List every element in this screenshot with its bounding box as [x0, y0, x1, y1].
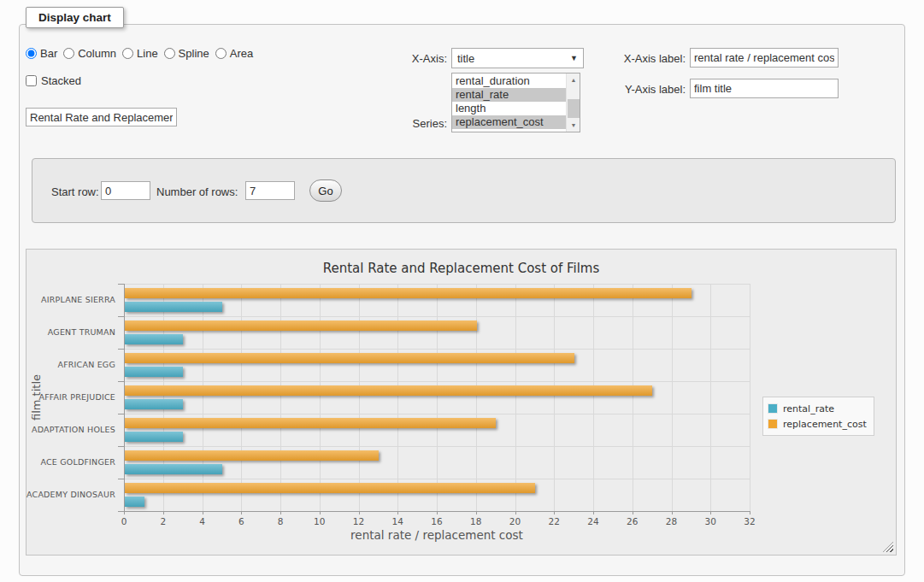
x-tick-label: 30 — [702, 516, 719, 526]
listbox-scrollbar[interactable]: ▲ ▼ — [566, 73, 580, 132]
x-tick-label: 24 — [585, 516, 602, 526]
chart-type-option-line[interactable]: Line — [122, 47, 158, 60]
line-radio[interactable] — [122, 48, 133, 59]
gridline — [280, 284, 281, 511]
chart-type-option-bar[interactable]: Bar — [26, 47, 57, 60]
legend-item-rental-rate: rental_rate — [768, 401, 867, 416]
x-axis-label-input[interactable] — [690, 48, 839, 68]
area-radio[interactable] — [215, 48, 227, 59]
scroll-up-icon[interactable]: ▲ — [567, 73, 580, 86]
bar-rental_rate — [125, 367, 183, 377]
rental-rate-swatch — [768, 403, 778, 414]
x-tick-label: 20 — [507, 516, 524, 526]
y-axis-tick — [118, 479, 124, 479]
x-tick-label: 4 — [194, 516, 211, 526]
series-option-replacement-cost[interactable]: replacement_cost — [452, 115, 566, 129]
bar-replacement_cost — [125, 353, 574, 363]
y-axis-label-caption: Y-Axis label: — [609, 83, 686, 96]
gridline — [359, 284, 360, 511]
x-tick-label: 8 — [272, 516, 289, 526]
x-axis-line — [124, 511, 750, 512]
number-of-rows-input[interactable] — [245, 181, 295, 200]
replacement-cost-swatch — [768, 419, 778, 429]
start-row-label: Start row: — [51, 185, 99, 198]
x-tick-label: 18 — [468, 516, 485, 526]
start-row-input[interactable] — [101, 181, 150, 200]
gridline — [515, 284, 516, 511]
gridline — [124, 479, 750, 479]
stacked-row: Stacked — [26, 74, 81, 87]
x-axis-select-label: X-Axis: — [389, 52, 447, 65]
bar-radio-label: Bar — [40, 47, 57, 60]
chart-type-option-spline[interactable]: Spline — [164, 47, 209, 60]
scroll-down-icon[interactable]: ▼ — [567, 119, 580, 132]
gridline — [672, 284, 673, 511]
x-tick-label: 28 — [663, 516, 680, 526]
gridline — [124, 316, 750, 317]
gridline — [124, 381, 750, 382]
gridline — [124, 284, 750, 285]
bar-replacement_cost — [125, 320, 477, 331]
x-axis-select[interactable]: title ▼ — [451, 48, 584, 68]
bar-replacement_cost — [125, 288, 692, 298]
area-radio-label: Area — [230, 47, 253, 60]
bar-replacement_cost — [125, 418, 496, 428]
y-axis-tick — [118, 349, 124, 350]
number-of-rows-label: Number of rows: — [156, 185, 238, 198]
y-axis-label-input[interactable] — [690, 79, 839, 98]
chart-type-option-area[interactable]: Area — [215, 47, 253, 60]
y-axis-tick — [118, 511, 124, 512]
category-label: AGENT TRUMAN — [26, 327, 115, 337]
x-tick-label: 14 — [389, 516, 406, 526]
scrollbar-thumb[interactable] — [568, 99, 580, 118]
bar-replacement_cost — [125, 483, 535, 493]
category-label: ACE GOLDFINGER — [26, 457, 115, 467]
y-axis-tick — [118, 381, 124, 382]
series-option-length[interactable]: length — [452, 102, 566, 115]
x-axis-title: rental rate / replacement cost — [124, 528, 750, 542]
bar-rental_rate — [125, 464, 222, 474]
chart-type-option-column[interactable]: Column — [63, 47, 116, 60]
chart-container: Rental Rate and Replacement Cost of Film… — [26, 249, 897, 556]
chart-title-input[interactable] — [26, 108, 177, 126]
series-option-rental-duration[interactable]: rental_duration — [452, 74, 566, 88]
series-option-rental-rate[interactable]: rental_rate — [452, 88, 566, 102]
series-listbox-label: Series: — [389, 117, 447, 130]
y-axis-line — [124, 284, 125, 512]
y-axis-tick — [118, 446, 124, 447]
go-button[interactable]: Go — [309, 179, 342, 202]
spline-radio[interactable] — [164, 48, 175, 59]
bar-radio[interactable] — [26, 48, 37, 59]
legend-item-replacement-cost: replacement_cost — [768, 416, 867, 432]
gridline — [476, 284, 477, 511]
bar-rental_rate — [125, 302, 222, 312]
x-tick-label: 16 — [428, 516, 445, 526]
gridline — [633, 284, 633, 511]
series-listbox[interactable]: rental_duration rental_rate length repla… — [451, 73, 580, 132]
bar-rental_rate — [125, 399, 183, 409]
y-axis-tick — [118, 284, 124, 285]
y-axis-tick — [118, 316, 124, 317]
column-radio[interactable] — [63, 48, 74, 59]
gridline — [554, 284, 555, 511]
spline-radio-label: Spline — [179, 47, 209, 60]
legend-label: replacement_cost — [783, 419, 867, 430]
stacked-label: Stacked — [41, 74, 81, 87]
y-axis-tick — [118, 414, 124, 414]
x-tick-label: 12 — [350, 516, 368, 526]
gridline — [320, 284, 321, 511]
gridline — [124, 414, 750, 414]
gridline — [397, 284, 398, 511]
x-tick-label: 2 — [155, 516, 172, 526]
bar-rental_rate — [125, 334, 183, 344]
chart-legend: rental_rate replacement_cost — [762, 397, 874, 436]
gridline — [437, 284, 438, 511]
gridline — [241, 284, 242, 511]
stacked-checkbox[interactable] — [26, 75, 37, 86]
column-radio-label: Column — [78, 47, 116, 60]
gridline — [124, 446, 750, 447]
panel-title: Display chart — [26, 7, 124, 28]
category-label: AIRPLANE SIERRA — [26, 295, 115, 304]
x-tick-label: 32 — [741, 516, 758, 526]
gridline — [750, 284, 750, 511]
